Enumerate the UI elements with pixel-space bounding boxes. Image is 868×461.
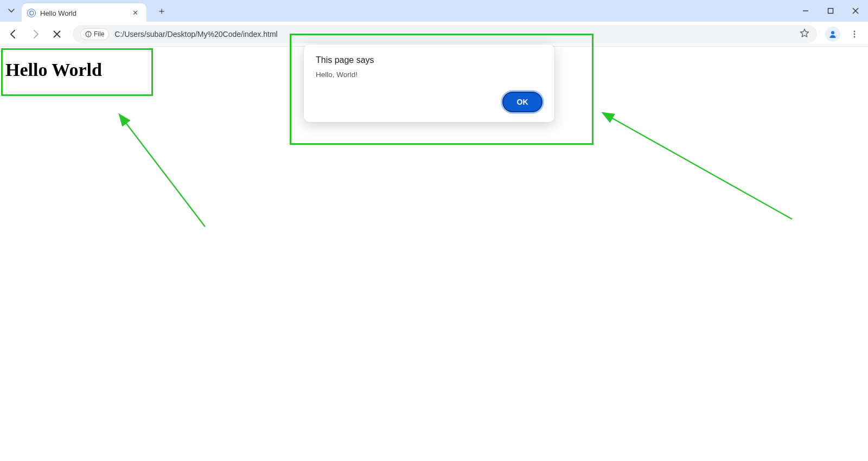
close-icon [852, 8, 859, 14]
kebab-menu-icon [850, 30, 859, 39]
dialog-title: This page says [316, 55, 542, 65]
maximize-window-button[interactable] [818, 0, 843, 22]
minimize-icon [802, 8, 809, 14]
tabs-dropdown-button[interactable] [3, 3, 20, 19]
url-scheme-label: File [94, 30, 104, 38]
svg-point-11 [854, 30, 856, 32]
new-tab-button[interactable]: ＋ [154, 3, 169, 18]
minimize-window-button[interactable] [793, 0, 818, 22]
svg-point-13 [854, 36, 856, 37]
svg-point-10 [831, 31, 834, 34]
forward-button[interactable] [26, 25, 44, 43]
address-bar[interactable]: File C:/Users/subar/Desktop/My%20Code/in… [73, 25, 817, 43]
close-tab-button[interactable]: ✕ [130, 8, 140, 18]
stop-reload-button[interactable] [48, 25, 66, 43]
close-window-button[interactable] [843, 0, 868, 22]
back-button[interactable] [4, 25, 23, 43]
chevron-down-icon [8, 8, 15, 14]
window-controls [793, 0, 868, 22]
info-icon [85, 31, 92, 37]
javascript-alert-dialog: This page says Hello, World! OK [304, 44, 554, 122]
svg-point-9 [88, 32, 89, 33]
browser-menu-button[interactable] [845, 25, 864, 43]
dialog-ok-button[interactable]: OK [502, 92, 542, 112]
profile-button[interactable] [824, 25, 842, 43]
arrow-right-icon [30, 29, 40, 39]
browser-tab-active[interactable]: Hello World ✕ [22, 3, 146, 23]
close-icon [53, 30, 61, 39]
star-icon [800, 28, 809, 38]
tab-title: Hello World [40, 9, 130, 17]
url-text: C:/Users/subar/Desktop/My%20Code/index.h… [114, 30, 277, 39]
dialog-message: Hello, World! [316, 71, 542, 79]
maximize-icon [827, 8, 834, 14]
page-favicon-icon [27, 9, 36, 17]
bookmark-button[interactable] [800, 28, 809, 40]
svg-point-12 [854, 33, 856, 35]
browser-toolbar: File C:/Users/subar/Desktop/My%20Code/in… [0, 22, 868, 47]
arrow-left-icon [9, 29, 18, 39]
svg-rect-2 [828, 9, 833, 14]
browser-tabstrip: Hello World ✕ ＋ [0, 0, 868, 22]
url-scheme-pill: File [80, 28, 109, 40]
person-icon [828, 30, 837, 39]
